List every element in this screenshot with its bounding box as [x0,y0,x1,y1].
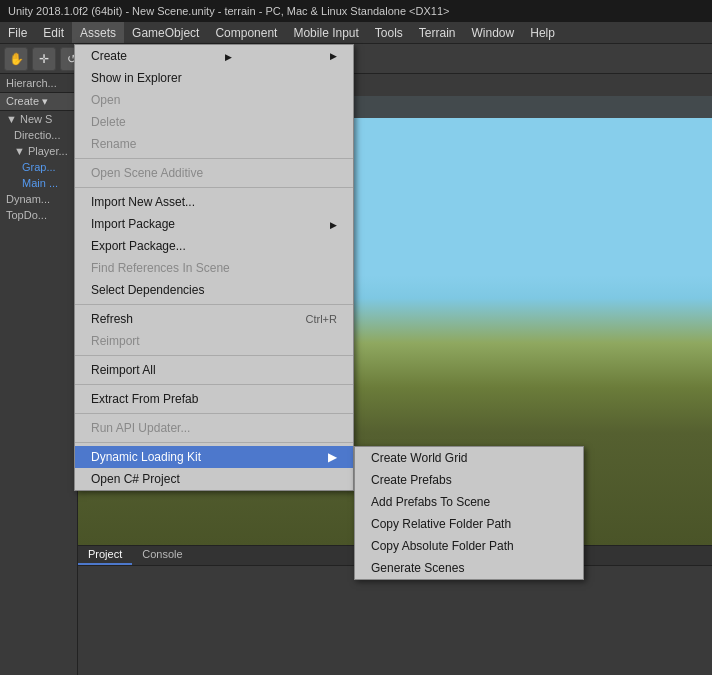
dynamic-submenu: Create World Grid Create Prefabs Add Pre… [354,446,584,580]
submenu-create-world-grid[interactable]: Create World Grid [355,447,583,469]
submenu-generate-scenes[interactable]: Generate Scenes [355,557,583,579]
title-text: Unity 2018.1.0f2 (64bit) - New Scene.uni… [8,5,449,17]
bottom-tab-console[interactable]: Console [132,546,192,565]
submenu-copy-absolute-folder[interactable]: Copy Absolute Folder Path [355,535,583,557]
hierarchy-dynamic[interactable]: Dynam... [0,191,77,207]
bottom-tab-project[interactable]: Project [78,546,132,565]
assets-dropdown-menu: Create Show in Explorer Open Delete Rena… [74,44,354,491]
arrow-right-icon: ▶ [328,450,337,464]
separator-7 [75,442,353,443]
hand-tool-button[interactable]: ✋ [4,47,28,71]
separator-2 [75,187,353,188]
separator-6 [75,413,353,414]
assets-rename-item: Rename [75,133,353,155]
hierarchy-graph[interactable]: Grap... [0,159,77,175]
hierarchy-new-scene[interactable]: ▼ New S [0,111,77,127]
assets-open-item: Open [75,89,353,111]
create-button[interactable]: Create ▾ [0,93,77,111]
assets-show-explorer-item[interactable]: Show in Explorer [75,67,353,89]
assets-reimport-all-item[interactable]: Reimport All [75,359,353,381]
hierarchy-main[interactable]: Main ... [0,175,77,191]
hierarchy-header: Hierarch... [0,74,77,93]
menu-assets[interactable]: Assets [72,22,124,43]
assets-open-scene-additive-item: Open Scene Additive [75,162,353,184]
separator-4 [75,355,353,356]
separator-5 [75,384,353,385]
menu-help[interactable]: Help [522,22,563,43]
title-bar: Unity 2018.1.0f2 (64bit) - New Scene.uni… [0,0,712,22]
arrow-icon [225,49,232,63]
assets-find-references-item: Find References In Scene [75,257,353,279]
assets-dynamic-loading-item[interactable]: Dynamic Loading Kit ▶ [75,446,353,468]
assets-delete-item: Delete [75,111,353,133]
assets-create-item[interactable]: Create [75,45,353,67]
menu-edit[interactable]: Edit [35,22,72,43]
move-tool-button[interactable]: ✛ [32,47,56,71]
hierarchy-topdo[interactable]: TopDo... [0,207,77,223]
assets-select-dependencies-item[interactable]: Select Dependencies [75,279,353,301]
assets-reimport-item: Reimport [75,330,353,352]
arrow-icon [330,217,337,231]
submenu-copy-relative-folder[interactable]: Copy Relative Folder Path [355,513,583,535]
menu-bar: File Edit Assets GameObject Component Mo… [0,22,712,44]
assets-extract-prefab-item[interactable]: Extract From Prefab [75,388,353,410]
separator-3 [75,304,353,305]
separator-1 [75,158,353,159]
menu-file[interactable]: File [0,22,35,43]
menu-component[interactable]: Component [207,22,285,43]
menu-gameobject[interactable]: GameObject [124,22,207,43]
submenu-add-prefabs-to-scene[interactable]: Add Prefabs To Scene [355,491,583,513]
assets-export-package-item[interactable]: Export Package... [75,235,353,257]
hierarchy-panel: Hierarch... Create ▾ ▼ New S Directio...… [0,74,78,675]
assets-import-new-item[interactable]: Import New Asset... [75,191,353,213]
menu-terrain[interactable]: Terrain [411,22,464,43]
menu-window[interactable]: Window [464,22,523,43]
assets-open-csharp-item[interactable]: Open C# Project [75,468,353,490]
menu-mobile-input[interactable]: Mobile Input [285,22,366,43]
menu-tools[interactable]: Tools [367,22,411,43]
assets-run-api-item: Run API Updater... [75,417,353,439]
assets-import-package-item[interactable]: Import Package [75,213,353,235]
submenu-create-prefabs[interactable]: Create Prefabs [355,469,583,491]
hierarchy-player[interactable]: ▼ Player... [0,143,77,159]
assets-refresh-item[interactable]: Refresh Ctrl+R [75,308,353,330]
hierarchy-direction[interactable]: Directio... [0,127,77,143]
